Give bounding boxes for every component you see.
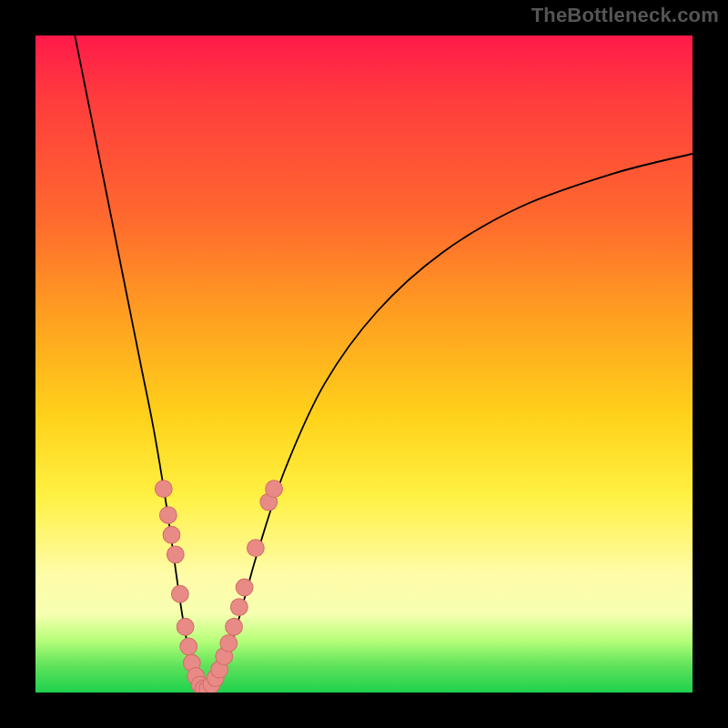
data-marker [220, 634, 238, 652]
data-marker [171, 585, 188, 602]
data-marker [155, 480, 172, 498]
data-marker [247, 540, 264, 557]
data-marker [226, 618, 243, 635]
data-marker [230, 599, 248, 616]
data-marker [159, 507, 177, 524]
plot-area [35, 35, 693, 693]
data-marker [180, 638, 197, 655]
data-markers [155, 480, 282, 693]
bottleneck-curve [75, 35, 693, 693]
data-marker [236, 579, 253, 596]
watermark-text: TheBottleneck.com [531, 4, 719, 27]
chart-svg [35, 35, 693, 693]
data-marker [167, 546, 184, 563]
data-marker [163, 526, 180, 543]
data-marker [177, 618, 194, 635]
data-marker [266, 480, 283, 498]
chart-frame: TheBottleneck.com [0, 0, 728, 728]
